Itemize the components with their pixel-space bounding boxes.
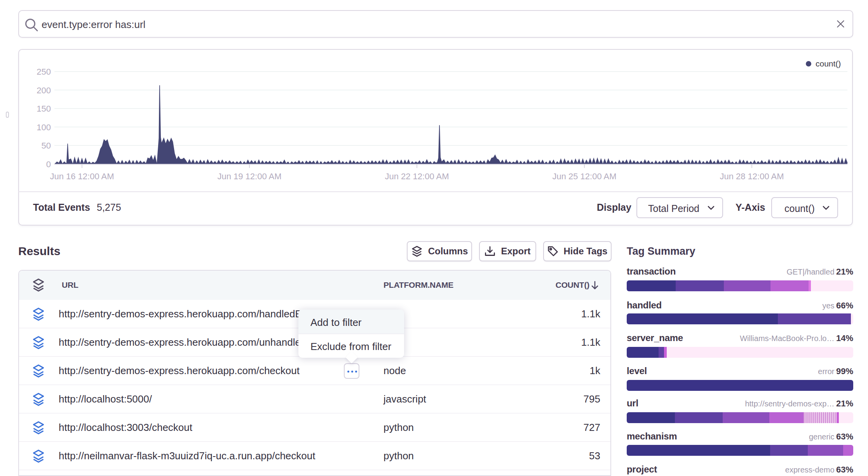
svg-text:150: 150 (37, 104, 51, 114)
svg-text:50: 50 (42, 141, 51, 150)
svg-text:250: 250 (37, 67, 51, 77)
svg-text:Jun 28 12:00 AM: Jun 28 12:00 AM (720, 172, 784, 181)
svg-text:Jun 19 12:00 AM: Jun 19 12:00 AM (217, 172, 281, 181)
svg-text:Jun 25 12:00 AM: Jun 25 12:00 AM (552, 172, 616, 181)
svg-text:Jun 16 12:00 AM: Jun 16 12:00 AM (50, 172, 114, 181)
svg-text:Jun 22 12:00 AM: Jun 22 12:00 AM (385, 172, 449, 181)
svg-text:100: 100 (37, 122, 51, 132)
svg-text:200: 200 (37, 86, 51, 95)
svg-text:count(): count() (816, 59, 841, 68)
svg-text:0: 0 (46, 159, 51, 169)
